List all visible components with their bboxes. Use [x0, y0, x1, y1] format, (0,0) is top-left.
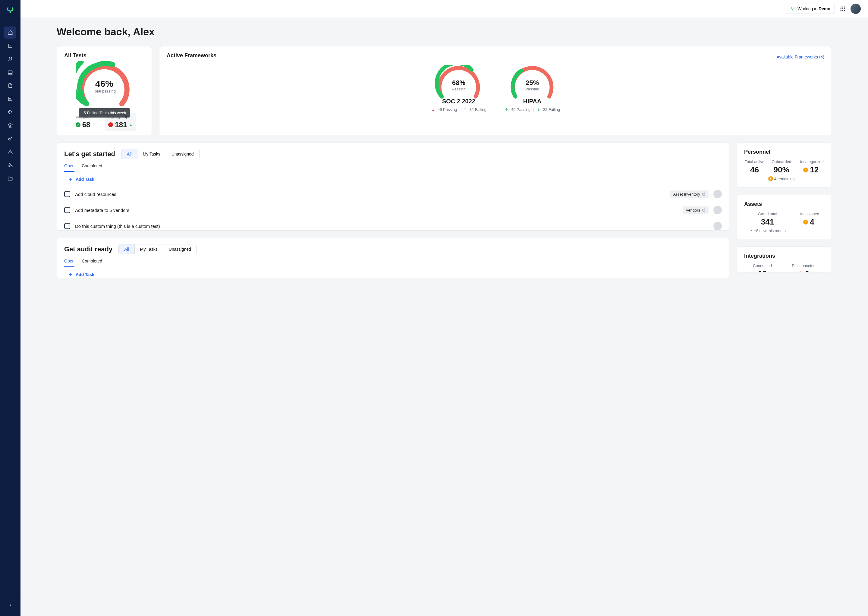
filter-my-tasks[interactable]: My Tasks [135, 244, 164, 254]
workspace-logo-icon [790, 6, 795, 11]
arrow-down-icon [431, 108, 435, 112]
svg-point-6 [8, 138, 10, 140]
framework-soc2[interactable]: 68% Passing SOC 2 2022 49 Passing | 32 F [431, 65, 486, 112]
error-icon [798, 272, 803, 273]
svg-point-12 [844, 6, 845, 8]
plus-icon [68, 272, 72, 277]
all-tests-card: All Tests 46% Total passing -5 Failin [57, 46, 152, 135]
filter-my-tasks[interactable]: My Tasks [137, 149, 166, 159]
frameworks-title: Active Frameworks [167, 52, 216, 59]
integrations-card[interactable]: Integrations Connected18 Disconnected6 [737, 247, 832, 272]
sidebar-expand-button[interactable] [4, 599, 16, 611]
plus-icon [68, 177, 72, 181]
all-tests-percent-label: Total passing [93, 89, 116, 93]
task-tag[interactable]: Vendors [682, 206, 709, 214]
svg-rect-0 [8, 44, 12, 48]
available-frameworks-link[interactable]: Available Frameworks (4) [777, 55, 824, 60]
nav-home[interactable] [4, 27, 16, 39]
svg-point-2 [11, 58, 12, 58]
trend-up-icon [92, 123, 96, 127]
filter-unassigned[interactable]: Unassigned [164, 244, 197, 254]
carousel-next-button[interactable] [817, 85, 824, 92]
all-tests-percent: 46% [93, 79, 116, 89]
tab-open[interactable]: Open [64, 259, 74, 267]
audit-filter: All My Tasks Unassigned [118, 244, 197, 255]
nav-documents[interactable] [4, 80, 16, 92]
add-task-button[interactable]: Add Task [64, 267, 722, 278]
task-row[interactable]: Do this custom thing (this is a custom t… [57, 218, 729, 231]
arrow-up-icon [749, 229, 753, 233]
audit-ready-title: Get audit ready [64, 245, 112, 253]
alert-circle-icon [108, 123, 113, 127]
trend-down-icon [129, 123, 133, 127]
assignee-avatar[interactable] [713, 206, 722, 214]
external-link-icon [702, 208, 706, 212]
svg-point-10 [841, 6, 841, 8]
get-started-card: Let's get started All My Tasks Unassigne… [57, 143, 730, 231]
warning-icon [803, 220, 808, 225]
nav-keys[interactable] [4, 133, 16, 145]
nav-alerts[interactable] [4, 146, 16, 158]
svg-rect-8 [8, 166, 9, 167]
apps-grid-icon[interactable] [840, 6, 846, 12]
filter-unassigned[interactable]: Unassigned [166, 149, 199, 159]
task-row[interactable]: Add cloud resources Asset Inventory [57, 186, 729, 202]
svg-rect-4 [8, 97, 12, 101]
task-checkbox[interactable] [64, 223, 70, 229]
task-checkbox[interactable] [64, 207, 70, 213]
assets-card[interactable]: Assets Grand total341+8 new this month U… [737, 195, 832, 239]
arrow-up-icon [505, 108, 509, 112]
arrow-down-icon [536, 108, 541, 112]
svg-point-1 [9, 58, 11, 59]
svg-point-11 [842, 6, 843, 8]
framework-hipaa[interactable]: 25% Passing HIPAA 49 Passing | 32 Failin [505, 65, 560, 112]
svg-point-5 [9, 98, 11, 99]
warning-icon [768, 176, 773, 181]
tab-completed[interactable]: Completed [82, 163, 102, 172]
svg-rect-3 [8, 71, 13, 74]
sidebar [0, 0, 20, 616]
audit-ready-card: Get audit ready All My Tasks Unassigned … [57, 238, 730, 278]
nav-tests[interactable] [4, 40, 16, 52]
app-logo-icon [6, 6, 14, 14]
tab-completed[interactable]: Completed [82, 259, 102, 267]
get-started-title: Let's get started [64, 150, 115, 158]
svg-point-13 [841, 8, 841, 9]
task-tag[interactable]: Asset Inventory [670, 190, 709, 198]
page-title: Welcome back, Alex [57, 26, 832, 38]
task-checkbox[interactable] [64, 191, 70, 197]
filter-all[interactable]: All [119, 244, 135, 254]
carousel-prev-button[interactable] [167, 85, 174, 92]
all-tests-title: All Tests [64, 52, 145, 59]
nav-search[interactable] [4, 93, 16, 105]
user-avatar[interactable] [851, 4, 861, 14]
nav-devices[interactable] [4, 66, 16, 79]
frameworks-card: Active Frameworks Available Frameworks (… [159, 46, 832, 135]
tab-open[interactable]: Open [64, 163, 74, 172]
svg-point-18 [844, 10, 845, 11]
topbar: Working in Demo [20, 0, 868, 17]
nav-files[interactable] [4, 172, 16, 184]
warning-icon [803, 168, 808, 172]
svg-point-14 [842, 8, 843, 9]
nav-org[interactable] [4, 159, 16, 171]
task-row[interactable]: Add metadata to 5 vendors Vendors [57, 202, 729, 218]
external-link-icon [702, 192, 706, 196]
check-circle-icon [75, 123, 80, 127]
nav-integrations[interactable] [4, 106, 16, 118]
workspace-switcher[interactable]: Working in Demo [786, 4, 835, 14]
assignee-avatar[interactable] [713, 190, 722, 198]
filter-all[interactable]: All [121, 149, 137, 159]
add-task-button[interactable]: Add Task [64, 172, 722, 186]
assignee-avatar[interactable] [713, 222, 722, 230]
nav-personnel[interactable] [4, 53, 16, 65]
failing-delta-tooltip: -5 Failing Tests this week [79, 108, 130, 118]
svg-rect-9 [11, 166, 13, 167]
arrow-up-icon [463, 108, 467, 112]
svg-point-16 [841, 10, 841, 11]
get-started-filter: All My Tasks Unassigned [121, 149, 200, 159]
personnel-card[interactable]: Personnel Total active46 Onboarded90%4 r… [737, 143, 832, 187]
svg-point-17 [842, 10, 843, 11]
nav-layers[interactable] [4, 119, 16, 131]
svg-rect-7 [9, 163, 11, 164]
